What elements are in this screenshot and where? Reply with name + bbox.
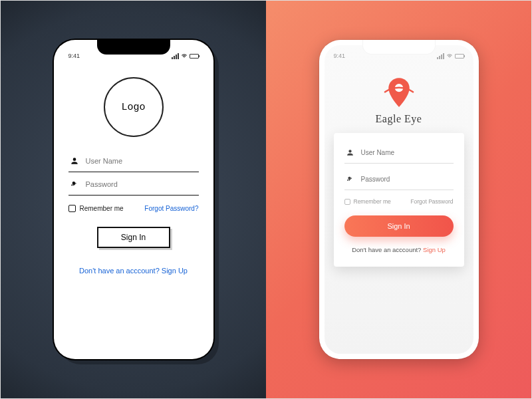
comparison-frame: 9:41 Logo [0,0,532,399]
remember-me[interactable]: Remember me [344,198,391,205]
design-panel: 9:41 Eagle Eye [266,1,531,398]
wireframe-screen: 9:41 Logo [59,45,208,354]
sign-up-link[interactable]: Don't have an acccount? Sign Up [68,267,199,275]
remember-me[interactable]: Remember me [68,205,124,212]
brand-logo-icon [380,74,418,112]
battery-icon [190,54,199,59]
user-icon [70,156,79,166]
remember-label: Remember me [354,198,391,205]
key-icon [70,180,79,189]
signal-icon [172,53,179,59]
wireframe-panel: 9:41 Logo [1,1,266,398]
battery-icon [455,54,464,59]
key-icon [346,175,354,184]
design-screen: 9:41 Eagle Eye [325,45,473,354]
username-field[interactable] [68,149,199,172]
notch [97,40,170,55]
brand: Eagle Eye [334,74,464,125]
sign-up-link[interactable]: Sign Up [423,246,446,253]
wifi-icon [181,53,188,59]
logo-placeholder: Logo [104,77,164,137]
forgot-password-link[interactable]: Forgot Password [410,198,453,205]
user-icon [346,148,354,157]
sign-in-button[interactable]: Sign In [344,215,454,237]
password-input[interactable] [361,174,452,184]
signal-icon [437,53,444,59]
password-field[interactable] [68,172,199,196]
status-time: 9:41 [68,53,80,59]
status-time: 9:41 [334,53,346,59]
username-input[interactable] [86,154,198,168]
remember-label: Remember me [80,205,124,212]
username-input[interactable] [361,148,452,158]
sign-up-row: Don't have an acccount? Sign Up [344,246,454,253]
sign-in-button[interactable]: Sign In [97,227,170,248]
password-field[interactable] [344,170,454,190]
wifi-icon [446,53,453,59]
brand-name: Eagle Eye [334,113,464,125]
checkbox-icon [68,205,76,212]
checkbox-icon [344,199,350,205]
notch [362,40,436,55]
phone-design: 9:41 Eagle Eye [319,40,479,359]
phone-wireframe: 9:41 Logo [54,40,213,359]
username-field[interactable] [344,144,454,164]
password-input[interactable] [86,178,198,191]
sign-up-prompt: Don't have an acccount? [352,246,423,253]
login-card: Remember me Forgot Password Sign In Don'… [334,133,464,267]
forgot-password-link[interactable]: Forgot Password? [144,205,198,212]
